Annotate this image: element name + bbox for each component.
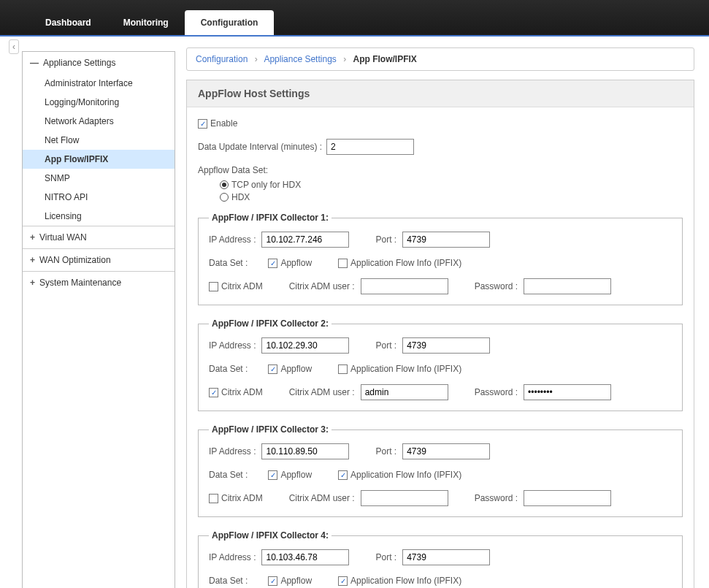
port-input[interactable] — [402, 337, 490, 354]
ipfix-checkbox[interactable]: ✓Application Flow Info (IPFIX) — [338, 576, 461, 586]
ip-label: IP Address : — [209, 446, 256, 457]
sidebar-item-nitro-api[interactable]: NITRO API — [23, 188, 175, 207]
adm-user-input[interactable] — [361, 490, 448, 506]
ip-input[interactable] — [261, 549, 349, 565]
collector-legend: AppFlow / IPFIX Collector 1: — [209, 213, 331, 223]
appflow-checkbox[interactable]: ✓Appflow — [268, 576, 312, 586]
collector-1: AppFlow / IPFIX Collector 1:IP Address :… — [198, 213, 683, 305]
citrix-adm-checkbox[interactable]: ✓Citrix ADM — [209, 387, 263, 397]
enable-label: Enable — [210, 118, 237, 129]
appflow-checkbox[interactable]: ✓Appflow — [268, 258, 312, 268]
collector-3: AppFlow / IPFIX Collector 3:IP Address :… — [198, 424, 683, 517]
collector-legend: AppFlow / IPFIX Collector 3: — [209, 424, 331, 435]
ipfix-checkbox[interactable]: Application Flow Info (IPFIX) — [338, 364, 461, 374]
collector-4: AppFlow / IPFIX Collector 4:IP Address :… — [198, 530, 683, 588]
collector-legend: AppFlow / IPFIX Collector 4: — [209, 530, 331, 541]
collector-legend: AppFlow / IPFIX Collector 2: — [209, 318, 331, 329]
update-interval-label: Data Update Interval (minutes) : — [198, 142, 322, 152]
sidebar: Appliance Settings Administrator Interfa… — [22, 51, 175, 588]
port-input[interactable] — [402, 232, 490, 248]
radio-dot-icon — [220, 180, 229, 189]
appflow-panel: AppFlow Host Settings ✓ Enable Data Upda… — [186, 80, 694, 588]
port-label: Port : — [375, 552, 396, 562]
sidebar-item-logging[interactable]: Logging/Monitoring — [23, 93, 175, 112]
ip-label: IP Address : — [209, 234, 256, 245]
tab-configuration[interactable]: Configuration — [185, 10, 275, 35]
breadcrumb-appliance-settings[interactable]: Appliance Settings — [264, 54, 336, 64]
radio-tcp-hdx[interactable]: TCP only for HDX — [220, 180, 683, 190]
sidebar-collapse-icon[interactable]: ‹ — [9, 39, 19, 54]
sidebar-item-admin-interface[interactable]: Administrator Interface — [23, 74, 175, 93]
top-nav: Dashboard Monitoring Configuration — [0, 0, 709, 37]
sidebar-section-sysmaint[interactable]: System Maintenance — [23, 272, 175, 294]
radio-hdx[interactable]: HDX — [220, 192, 683, 202]
adm-user-label: Citrix ADM user : — [289, 387, 355, 397]
breadcrumb-configuration[interactable]: Configuration — [196, 54, 248, 64]
password-label: Password : — [475, 281, 518, 291]
breadcrumb-current: App Flow/IPFIX — [353, 54, 417, 64]
sidebar-item-netflow[interactable]: Net Flow — [23, 131, 175, 150]
dataset-label: Data Set : — [209, 576, 248, 586]
citrix-adm-checkbox[interactable]: Citrix ADM — [209, 493, 263, 503]
sidebar-section-wanopt[interactable]: WAN Optimization — [23, 249, 175, 271]
ip-input[interactable] — [261, 337, 349, 354]
tab-dashboard[interactable]: Dashboard — [29, 10, 107, 35]
main-content: Configuration › Appliance Settings › App… — [175, 37, 709, 588]
password-label: Password : — [475, 387, 518, 397]
update-interval-input[interactable] — [326, 139, 414, 155]
dataset-label: Data Set : — [209, 364, 248, 374]
breadcrumb: Configuration › Appliance Settings › App… — [186, 47, 694, 71]
port-input[interactable] — [402, 443, 490, 459]
appflow-checkbox[interactable]: ✓Appflow — [268, 470, 312, 480]
citrix-adm-checkbox[interactable]: Citrix ADM — [209, 281, 263, 291]
ip-input[interactable] — [261, 232, 349, 248]
port-input[interactable] — [402, 549, 490, 565]
password-input[interactable] — [524, 490, 611, 506]
sidebar-item-appflow[interactable]: App Flow/IPFIX — [23, 150, 175, 169]
password-input[interactable] — [524, 384, 611, 400]
sidebar-item-network-adapters[interactable]: Network Adapters — [23, 112, 175, 131]
port-label: Port : — [375, 446, 396, 457]
port-label: Port : — [375, 234, 396, 245]
sidebar-section-appliance[interactable]: Appliance Settings — [23, 52, 175, 74]
dataset-label: Data Set : — [209, 470, 248, 480]
sidebar-item-licensing[interactable]: Licensing — [23, 207, 175, 226]
radio-dot-icon — [220, 193, 229, 202]
adm-user-input[interactable] — [361, 278, 448, 294]
collector-2: AppFlow / IPFIX Collector 2:IP Address :… — [198, 318, 683, 411]
chevron-right-icon: › — [343, 54, 346, 64]
enable-checkbox[interactable]: ✓ Enable — [198, 118, 237, 129]
sidebar-section-virtualwan[interactable]: Virtual WAN — [23, 226, 175, 248]
panel-title: AppFlow Host Settings — [187, 80, 694, 107]
ip-input[interactable] — [261, 443, 349, 459]
password-label: Password : — [475, 493, 518, 503]
dataset-label: Data Set : — [209, 258, 248, 268]
ipfix-checkbox[interactable]: Application Flow Info (IPFIX) — [338, 258, 461, 268]
adm-user-label: Citrix ADM user : — [289, 281, 355, 291]
ipfix-checkbox[interactable]: ✓Application Flow Info (IPFIX) — [338, 470, 461, 480]
adm-user-label: Citrix ADM user : — [289, 493, 355, 503]
port-label: Port : — [375, 340, 396, 351]
ip-label: IP Address : — [209, 340, 256, 351]
tab-monitoring[interactable]: Monitoring — [107, 10, 185, 35]
chevron-right-icon: › — [255, 54, 258, 64]
dataset-label: Appflow Data Set: — [198, 165, 268, 175]
adm-user-input[interactable] — [361, 384, 448, 400]
ip-label: IP Address : — [209, 552, 256, 562]
password-input[interactable] — [524, 278, 611, 294]
appflow-checkbox[interactable]: ✓Appflow — [268, 364, 312, 374]
sidebar-item-snmp[interactable]: SNMP — [23, 169, 175, 188]
